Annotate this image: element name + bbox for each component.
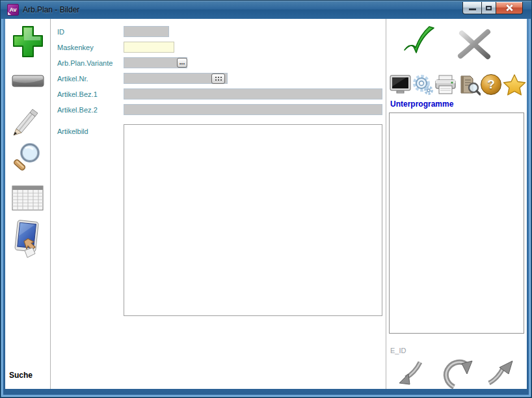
sidebar-divider <box>50 19 51 389</box>
window-title: Arb.Plan - Bilder <box>23 5 79 14</box>
screen-view-button[interactable] <box>390 75 411 97</box>
delete-button[interactable] <box>12 75 44 90</box>
question-mark-icon: ? <box>487 77 495 92</box>
printer-icon <box>434 75 457 95</box>
search-button[interactable] <box>11 142 42 177</box>
refresh-icon <box>440 352 476 391</box>
search-section-label: Suche <box>9 371 33 380</box>
window-controls <box>462 2 523 14</box>
close-icon <box>505 3 514 12</box>
table-icon <box>12 185 44 211</box>
magnifier-icon <box>11 142 42 174</box>
print-button[interactable] <box>434 75 457 98</box>
close-button[interactable] <box>496 2 523 14</box>
eid-label: E_ID <box>390 347 406 354</box>
star-icon <box>503 73 526 96</box>
field-label-id: ID <box>57 28 64 36</box>
grid-dots-icon <box>215 77 222 81</box>
settings-button[interactable] <box>412 74 434 98</box>
artikelbild-imagebox[interactable] <box>124 124 382 316</box>
variante-lookup-button[interactable]: ... <box>177 58 187 68</box>
report-preview-button[interactable] <box>458 74 481 98</box>
minimize-icon <box>469 8 476 10</box>
gear-icon <box>412 74 434 96</box>
field-label-bez1: Artikel.Bez.1 <box>57 90 98 98</box>
subprograms-listbox[interactable] <box>389 113 524 334</box>
checkmark-icon <box>402 25 437 64</box>
right-panel-divider <box>386 19 386 389</box>
refresh-button[interactable] <box>440 352 476 393</box>
field-label-artikel-nr: Artikel.Nr. <box>57 75 88 83</box>
add-button[interactable] <box>12 25 44 61</box>
monitor-icon <box>390 75 411 94</box>
artikel-bez2-field[interactable] <box>124 104 382 115</box>
help-button[interactable]: ? <box>481 74 501 95</box>
pencil-icon <box>8 107 40 137</box>
window-content: Suche ID Maskenkey Arb.Plan.Variante ...… <box>5 19 527 389</box>
document-search-icon <box>458 74 481 96</box>
field-label-artikelbild: Artikelbild <box>57 127 88 135</box>
minus-icon <box>12 75 44 87</box>
touchscreen-icon <box>12 219 44 259</box>
app-window: Av Arb.Plan - Bilder <box>0 0 532 398</box>
ok-button[interactable] <box>402 25 437 67</box>
maskenkey-field[interactable] <box>124 42 174 53</box>
edit-button[interactable] <box>8 107 40 140</box>
arrow-back-icon <box>394 357 424 388</box>
titlebar: Av Arb.Plan - Bilder <box>1 1 531 19</box>
cancel-button[interactable] <box>455 28 494 63</box>
field-label-variante: Arb.Plan.Variante <box>57 59 113 67</box>
favorites-button[interactable] <box>503 73 526 98</box>
artikel-bez1-field[interactable] <box>124 88 382 100</box>
arrow-forward-icon <box>485 356 518 388</box>
nav-next-button[interactable] <box>485 356 518 391</box>
x-icon <box>455 28 494 60</box>
id-field[interactable] <box>124 26 169 37</box>
nav-previous-button[interactable] <box>394 357 424 391</box>
artikel-nr-lookup-button[interactable] <box>211 73 225 84</box>
field-label-bez2: Artikel.Bez.2 <box>57 106 98 114</box>
app-icon: Av <box>7 4 19 16</box>
touch-select-button[interactable] <box>12 219 44 262</box>
maximize-button[interactable] <box>482 2 496 14</box>
plus-icon <box>12 25 44 59</box>
subprograms-label: Unterprogramme <box>390 100 453 109</box>
maximize-icon <box>486 6 492 10</box>
minimize-button[interactable] <box>462 2 482 14</box>
field-label-maskenkey: Maskenkey <box>57 44 94 51</box>
table-button[interactable] <box>12 185 44 213</box>
